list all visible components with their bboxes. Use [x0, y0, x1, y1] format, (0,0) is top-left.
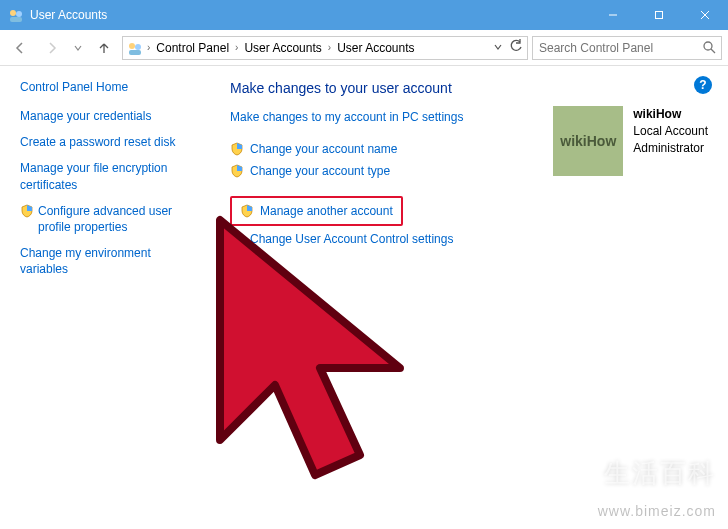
- user-account-type: Local Account: [633, 123, 708, 140]
- link-label: Configure advanced user profile properti…: [38, 203, 188, 235]
- chevron-down-icon[interactable]: [493, 41, 503, 55]
- svg-line-11: [711, 49, 715, 53]
- svg-rect-2: [10, 17, 22, 22]
- sidebar-link[interactable]: Change my environment variables: [20, 245, 188, 277]
- user-name: wikiHow: [633, 106, 708, 123]
- svg-rect-4: [656, 12, 663, 19]
- page-heading: Make changes to your user account: [230, 80, 712, 96]
- user-info: wikiHow Local Account Administrator: [633, 106, 708, 156]
- breadcrumb[interactable]: › Control Panel › User Accounts › User A…: [122, 36, 528, 60]
- back-button[interactable]: [6, 34, 34, 62]
- shield-icon: [230, 164, 244, 178]
- minimize-button[interactable]: [590, 0, 636, 30]
- chevron-right-icon[interactable]: ›: [233, 42, 240, 53]
- svg-point-8: [135, 44, 141, 50]
- link-label: Manage another account: [260, 204, 393, 218]
- link-label: Change your account type: [250, 164, 390, 178]
- maximize-button[interactable]: [636, 0, 682, 30]
- sidebar-link[interactable]: Configure advanced user profile properti…: [20, 203, 188, 235]
- search-wrap: [532, 36, 722, 60]
- search-icon: [702, 40, 716, 58]
- app-icon: [8, 7, 24, 23]
- forward-button[interactable]: [38, 34, 66, 62]
- shield-icon: [230, 232, 244, 246]
- shield-icon: [20, 204, 34, 218]
- search-input[interactable]: [532, 36, 722, 60]
- manage-another-account-link[interactable]: Manage another account: [230, 196, 403, 226]
- close-button[interactable]: [682, 0, 728, 30]
- breadcrumb-item[interactable]: User Accounts: [242, 41, 323, 55]
- link-label: Create a password reset disk: [20, 134, 175, 150]
- svg-point-1: [16, 11, 22, 17]
- recent-dropdown[interactable]: [70, 34, 86, 62]
- user-info-box: wikiHow wikiHow Local Account Administra…: [553, 106, 708, 176]
- user-role: Administrator: [633, 140, 708, 157]
- main-panel: ? Make changes to your user account Make…: [200, 66, 728, 529]
- window-controls: [590, 0, 728, 30]
- svg-point-0: [10, 10, 16, 16]
- window-title: User Accounts: [30, 8, 590, 22]
- sidebar-link[interactable]: Manage your credentials: [20, 108, 188, 124]
- link-label: Change my environment variables: [20, 245, 188, 277]
- breadcrumb-item[interactable]: User Accounts: [335, 41, 416, 55]
- link-label: Change your account name: [250, 142, 397, 156]
- chevron-right-icon[interactable]: ›: [145, 42, 152, 53]
- sidebar: Control Panel Home Manage your credentia…: [0, 66, 200, 529]
- chevron-right-icon[interactable]: ›: [326, 42, 333, 53]
- link-label: Manage your file encryption certificates: [20, 160, 188, 192]
- navbar: › Control Panel › User Accounts › User A…: [0, 30, 728, 66]
- titlebar: User Accounts: [0, 0, 728, 30]
- shield-icon: [240, 204, 254, 218]
- sidebar-link[interactable]: Create a password reset disk: [20, 134, 188, 150]
- up-button[interactable]: [90, 34, 118, 62]
- breadcrumb-item[interactable]: Control Panel: [154, 41, 231, 55]
- control-panel-home-link[interactable]: Control Panel Home: [20, 80, 188, 94]
- help-icon[interactable]: ?: [694, 76, 712, 94]
- sidebar-link[interactable]: Manage your file encryption certificates: [20, 160, 188, 192]
- svg-point-7: [129, 43, 135, 49]
- link-label: Change User Account Control settings: [250, 232, 453, 246]
- svg-point-10: [704, 42, 712, 50]
- uac-settings-link[interactable]: Change User Account Control settings: [230, 232, 712, 246]
- refresh-icon[interactable]: [509, 39, 523, 56]
- content: Control Panel Home Manage your credentia…: [0, 66, 728, 529]
- avatar: wikiHow: [553, 106, 623, 176]
- shield-icon: [230, 142, 244, 156]
- breadcrumb-icon: [127, 40, 143, 56]
- link-label: Manage your credentials: [20, 108, 151, 124]
- svg-rect-9: [129, 50, 141, 55]
